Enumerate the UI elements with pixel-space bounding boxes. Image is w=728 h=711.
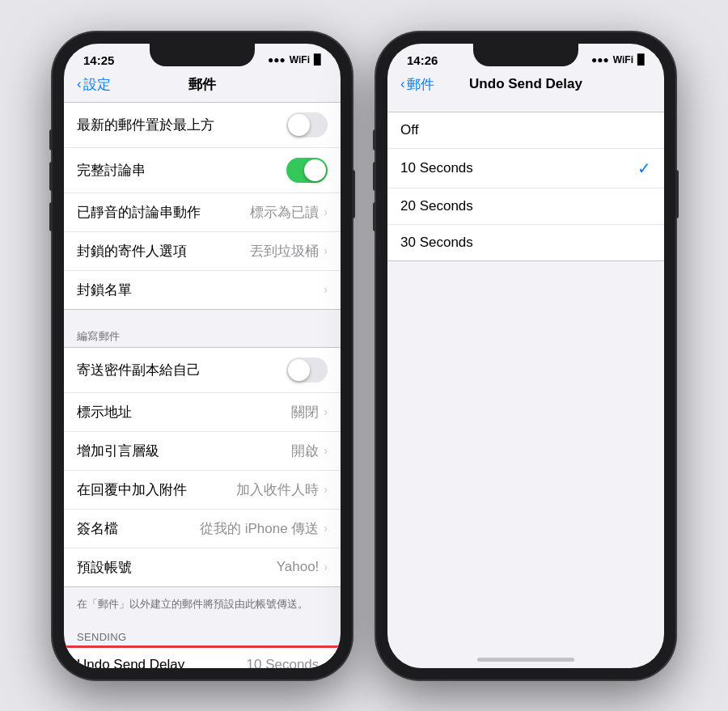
checkmark-icon: ✓ (637, 159, 651, 178)
item-label: 在回覆中加入附件 (77, 480, 187, 499)
time-left: 14:25 (83, 53, 114, 67)
signal-icon: ●●● (268, 54, 286, 66)
item-value: 從我的 iPhone 傳送 (200, 519, 319, 538)
toggle-knob (304, 159, 326, 181)
option-10sec[interactable]: 10 Seconds ✓ (387, 149, 664, 188)
item-label: 簽名檔 (77, 519, 118, 538)
item-label: 已靜音的討論串動作 (77, 203, 201, 222)
item-right: Yahoo! › (277, 559, 328, 575)
option-30sec[interactable]: 30 Seconds (387, 225, 664, 260)
footer-note: 在「郵件」以外建立的郵件將預設由此帳號傳送。 (64, 594, 341, 618)
signal-icon-r: ●●● (591, 54, 609, 66)
chevron-icon: › (324, 522, 328, 535)
option-20sec-label: 20 Seconds (400, 198, 473, 214)
item-right: › (324, 283, 328, 296)
item-right: 加入收件人時 › (236, 480, 328, 499)
chevron-icon: › (324, 405, 328, 418)
undo-options-container: Off 10 Seconds ✓ 20 Seconds 30 Seconds (387, 102, 664, 261)
time-right: 14:26 (407, 53, 438, 67)
power-button[interactable] (352, 170, 355, 218)
item-label: 封鎖的寄件人選項 (77, 242, 187, 260)
section-header-compose: 編寫郵件 (64, 316, 341, 347)
list-item[interactable]: 寄送密件副本給自己 (64, 348, 341, 393)
back-arrow-icon: ‹ (77, 76, 82, 92)
volume-up-button-r[interactable] (373, 162, 376, 191)
item-value: 關閉 (291, 403, 319, 421)
list-item[interactable]: 在回覆中加入附件 加入收件人時 › (64, 471, 341, 510)
undo-send-delay-right: 10 Seconds › (247, 657, 328, 668)
volume-down-button[interactable] (49, 202, 53, 231)
back-arrow-icon-r: ‹ (400, 76, 405, 92)
chevron-icon: › (324, 658, 328, 668)
list-item[interactable]: 封鎖的寄件人選項 丟到垃圾桶 › (64, 232, 341, 271)
list-item[interactable]: 最新的郵件置於最上方 (64, 103, 341, 148)
back-button-right[interactable]: ‹ 郵件 (400, 75, 434, 94)
settings-scroll-left[interactable]: 最新的郵件置於最上方 完整討論串 已靜音的討論串動作 (64, 102, 341, 668)
list-item[interactable]: 標示地址 關閉 › (64, 393, 341, 432)
item-value: 標示為已讀 (250, 203, 319, 222)
item-right: 關閉 › (291, 403, 328, 421)
status-icons-left: ●●● WiFi ▉ (268, 54, 321, 66)
chevron-icon: › (324, 205, 328, 218)
item-value: 加入收件人時 (236, 480, 319, 499)
undo-send-delay-label: Undo Send Delay (77, 657, 184, 668)
list-item[interactable]: 已靜音的討論串動作 標示為已讀 › (64, 193, 341, 232)
wifi-icon: WiFi (290, 54, 310, 66)
option-off[interactable]: Off (387, 112, 664, 149)
right-phone: 14:26 ●●● WiFi ▉ ‹ 郵件 Undo Send Delay (376, 32, 675, 679)
undo-send-delay-row[interactable]: Undo Send Delay 10 Seconds › (64, 647, 341, 668)
list-item[interactable]: 預設帳號 Yahoo! › (64, 548, 341, 586)
chevron-icon: › (324, 444, 328, 457)
toggle-latest-mail[interactable] (286, 112, 328, 138)
page-title-left: 郵件 (188, 75, 216, 94)
toggle-knob (288, 114, 310, 136)
volume-up-button[interactable] (49, 162, 53, 191)
list-item[interactable]: 增加引言層級 開啟 › (64, 432, 341, 471)
settings-group-1: 最新的郵件置於最上方 完整討論串 已靜音的討論串動作 (64, 102, 341, 310)
item-right: 標示為已讀 › (250, 203, 328, 222)
mute-button[interactable] (49, 129, 53, 150)
home-indicator-right (477, 658, 574, 662)
option-10sec-label: 10 Seconds (400, 160, 473, 176)
power-button-r[interactable] (675, 170, 679, 218)
status-icons-right: ●●● WiFi ▉ (591, 54, 645, 66)
chevron-icon: › (324, 483, 328, 496)
back-label-right: 郵件 (407, 75, 434, 94)
back-button-left[interactable]: ‹ 設定 (77, 75, 111, 94)
wifi-icon-r: WiFi (613, 54, 633, 66)
nav-bar-right: ‹ 郵件 Undo Send Delay (387, 70, 664, 102)
mute-button-r[interactable] (373, 129, 376, 150)
undo-send-delay-value: 10 Seconds (247, 657, 320, 668)
settings-group-3: Undo Send Delay 10 Seconds › (64, 646, 341, 668)
left-phone: 14:25 ●●● WiFi ▉ ‹ 設定 郵件 (53, 32, 352, 679)
back-label-left: 設定 (83, 75, 111, 94)
chevron-icon: › (324, 244, 328, 257)
item-right: 開啟 › (291, 442, 328, 460)
left-phone-screen: 14:25 ●●● WiFi ▉ ‹ 設定 郵件 (64, 44, 341, 668)
item-value: 丟到垃圾桶 (250, 242, 319, 260)
volume-down-button-r[interactable] (373, 202, 376, 231)
chevron-icon: › (324, 283, 328, 296)
list-item[interactable]: 完整討論串 (64, 148, 341, 193)
option-30sec-label: 30 Seconds (400, 235, 473, 251)
list-item[interactable]: 封鎖名單 › (64, 271, 341, 309)
battery-icon-r: ▉ (637, 54, 645, 66)
chevron-icon: › (324, 561, 328, 573)
item-right: 丟到垃圾桶 › (250, 242, 328, 260)
settings-group-2: 寄送密件副本給自己 標示地址 關閉 › 增加引言層級 (64, 347, 341, 587)
section-header-sending: SENDING (64, 618, 341, 646)
item-label: 增加引言層級 (77, 442, 159, 460)
toggle-bcc[interactable] (286, 358, 328, 383)
item-label: 完整討論串 (77, 161, 146, 180)
toggle-full-thread[interactable] (286, 158, 328, 183)
battery-icon: ▉ (314, 54, 321, 66)
item-right: 從我的 iPhone 傳送 › (200, 519, 328, 538)
option-20sec[interactable]: 20 Seconds (387, 188, 664, 225)
toggle-knob (288, 359, 310, 381)
item-label: 預設帳號 (77, 558, 132, 577)
item-label: 標示地址 (77, 403, 132, 421)
nav-bar-left: ‹ 設定 郵件 (64, 70, 341, 102)
list-item[interactable]: 簽名檔 從我的 iPhone 傳送 › (64, 510, 341, 548)
item-value: 開啟 (291, 442, 319, 460)
item-label: 寄送密件副本給自己 (77, 361, 201, 379)
